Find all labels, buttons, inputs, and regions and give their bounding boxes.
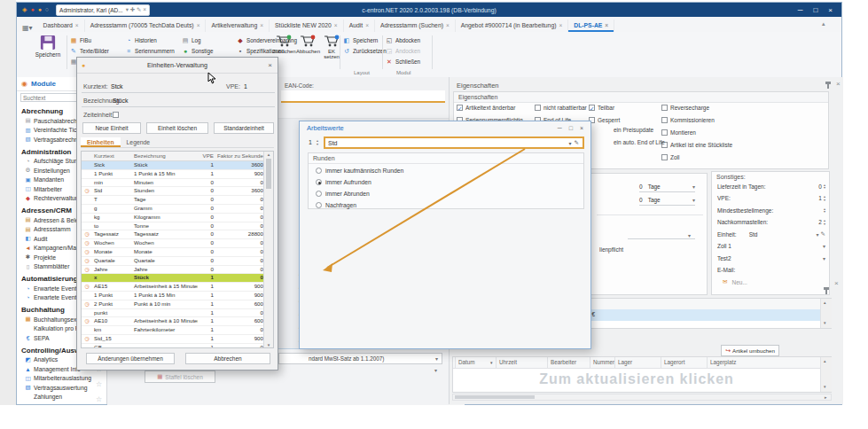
scroll-up-icon[interactable]: ▴ <box>824 300 826 305</box>
ribbon-item-speichern[interactable]: ◧Speichern <box>343 35 378 45</box>
ribbon-item-texte-bilder[interactable]: ✎Texte/Bilder <box>70 46 109 56</box>
close-button[interactable]: × <box>828 6 833 14</box>
ribbon-item-zur-cksetzen[interactable]: ↺Zurücksetzen <box>343 46 387 56</box>
chevron-down-icon[interactable]: ▾ <box>823 243 825 249</box>
radio-icon[interactable] <box>316 202 322 208</box>
radio-option-immer-kaufm-nnisch-runden[interactable]: immer kaufmännisch Runden <box>316 168 403 174</box>
bezeichnung-field[interactable] <box>82 95 275 107</box>
mwst-dropdown[interactable]: ndard MwSt-Satz ab 1.1.2007) ▾ <box>278 353 442 364</box>
spin-down-icon[interactable]: ▾ <box>317 143 318 146</box>
tab-adressstamm-70005-techdata-deuts-[interactable]: Adressstamm (70005 TechData Deuts)× <box>85 20 207 32</box>
radio-option-nachfragen[interactable]: Nachfragen <box>316 202 356 208</box>
checkbox-icon[interactable] <box>661 105 668 111</box>
column-header-lagerplatz[interactable]: Lagerplatz <box>710 359 736 365</box>
checkbox-gesperrt[interactable]: Gesperrt <box>589 117 620 123</box>
chevron-down-icon[interactable]: ▾ <box>569 140 572 146</box>
ribbon-item-seriennummern[interactable]: ≡Seriennummern <box>125 46 175 56</box>
spinner-icons[interactable]: ▴▾ <box>824 219 825 225</box>
column-header-lager[interactable]: Lager <box>618 359 632 365</box>
chevron-down-icon[interactable]: ▾ <box>692 197 695 203</box>
minimize-button[interactable]: ─ <box>798 6 803 14</box>
arbeitswerte-titlebar[interactable]: Arbeitswerte ─ □ × <box>300 121 590 135</box>
ribbon-collapse-icon[interactable]: ▴ <box>822 20 825 27</box>
close-icon[interactable]: × <box>268 61 272 69</box>
artikel-umbuchen-button[interactable]: ↪ Artikel umbuchen <box>721 345 779 356</box>
tab-audit[interactable]: Audit× <box>344 20 375 32</box>
table-row[interactable]: StckStück13600 <box>82 161 263 170</box>
checkbox-icon[interactable] <box>661 154 668 160</box>
checkbox-reversecharge[interactable]: Reversecharge <box>661 105 709 111</box>
checkbox-artikel-ist-eine-st-ckliste[interactable]: Artikel ist eine Stückliste <box>661 142 732 148</box>
standardeinheit-button[interactable]: Standardeinheit <box>214 122 274 134</box>
einheiten-dialog-titlebar[interactable]: ● Einheiten-Verwaltung × <box>77 58 278 74</box>
ribbon-item-log[interactable]: ▤Log <box>182 35 201 45</box>
checkbox-icon[interactable] <box>535 105 541 111</box>
qat-red-icon[interactable]: ● <box>30 6 34 13</box>
table-row[interactable]: 1 Punkt1 Punkt à 15 Min1900 <box>82 292 263 300</box>
abbrechen-button[interactable]: Abbrechen <box>185 353 270 364</box>
table-row[interactable]: ◷MonateMonate00 <box>82 248 263 257</box>
ribbon-save-big-button[interactable]: Speichern <box>33 35 63 58</box>
checkbox-zoll[interactable]: Zoll <box>661 154 679 160</box>
app-menu-icon[interactable]: ▦▾ <box>17 24 38 32</box>
edit-pencil-icon[interactable]: ✎ <box>821 230 825 238</box>
sidebar-item-zahlungen[interactable]: Zahlungen <box>17 393 106 402</box>
aenderungen-uebernehmen-button[interactable]: Änderungen übernehmen <box>86 353 175 364</box>
radio-icon[interactable] <box>316 168 322 174</box>
close-icon[interactable]: × <box>580 125 583 131</box>
table-row[interactable]: ◷AE10Arbeitseinheit à 10 Minuten1600 <box>82 317 263 326</box>
tab-close-icon[interactable]: × <box>197 22 200 28</box>
chevron-down-icon[interactable]: ▾ <box>435 355 438 362</box>
checkbox-icon[interactable]: ✓ <box>589 105 595 111</box>
email-new-link[interactable]: Neu... <box>731 279 747 285</box>
table-row[interactable]: ◷2 PunktPunkt à 10 min1600 <box>82 300 263 309</box>
minimize-icon[interactable]: ─ <box>558 125 562 131</box>
column-header-uhrzeit[interactable]: Uhrzeit <box>499 359 517 365</box>
ribbon-item-historien[interactable]: ◔Historien <box>125 35 157 45</box>
table-row[interactable]: xStück10 <box>82 274 263 283</box>
ribbon-item-sonstige[interactable]: ●Sonstige <box>182 46 214 56</box>
qat-orange-icon[interactable]: ● <box>38 6 42 13</box>
checkbox-icon[interactable] <box>661 117 668 123</box>
checkbox-teilbar[interactable]: ✓Teilbar <box>589 105 614 111</box>
qat-gray-icon[interactable]: ○ <box>45 6 49 13</box>
ribbon-item-fibu[interactable]: ▦FiBu <box>70 35 91 45</box>
chevron-down-icon[interactable]: ▾ <box>434 367 437 373</box>
checkbox-nicht-rabattierbar[interactable]: nicht rabattierbar <box>535 105 587 111</box>
ean-code-field[interactable] <box>281 90 445 103</box>
checkbox-montieren[interactable]: Montieren <box>661 129 696 136</box>
scrollbar-thumb[interactable] <box>455 395 535 399</box>
refresh-hint[interactable]: Zum aktualisieren klicken <box>453 371 820 387</box>
scroll-down-icon[interactable]: ▾ <box>824 384 826 389</box>
tab-st-ckliste-new-2020[interactable]: Stückliste NEW 2020× <box>270 20 344 32</box>
field-value[interactable]: Std <box>749 231 758 238</box>
ribbon-item-abdocken[interactable]: ◱Abdocken <box>386 35 420 45</box>
table-row[interactable]: ◷TagessatzTagessatz028800 <box>82 230 263 239</box>
table-row[interactable]: ◷WochenWochen00 <box>82 239 263 248</box>
ribbon-abbuchen-button[interactable]: Abbuchen <box>296 35 319 54</box>
spinner-icons[interactable]: ▴▾ <box>824 207 825 214</box>
column-header-lagerort[interactable]: Lagerort <box>664 359 684 365</box>
close-icon[interactable]: × <box>834 279 839 287</box>
scroll-right-icon[interactable]: ▸ <box>825 394 827 400</box>
tab-einheiten[interactable]: Einheiten <box>81 137 121 147</box>
tab-dl-ps-ae[interactable]: DL-PS-AE× <box>568 20 614 32</box>
maximize-icon[interactable]: □ <box>569 125 573 131</box>
tab-adressstamm-suchen-[interactable]: Adressstamm (Suchen)× <box>375 20 456 32</box>
table-row[interactable]: gGramm00 <box>82 205 263 214</box>
scrollbar-vertical[interactable]: ▴ ▾ <box>820 299 832 328</box>
table-row[interactable]: ◷AE15Arbeitseinheit à 15 Minuten1900 <box>82 283 263 292</box>
zeiteinheit-checkbox[interactable] <box>113 112 119 118</box>
favorite-star-icon[interactable]: ☆ <box>96 380 102 388</box>
tab-close-icon[interactable]: × <box>334 22 338 28</box>
tab-angebot-9000714-in-bearbeitung-[interactable]: Angebot #9000714 (in Bearbeitung)× <box>456 20 569 32</box>
ribbon-item-schlie-en[interactable]: ✕Schließen <box>386 57 420 66</box>
column-header-nummer[interactable]: Nummer <box>593 359 614 365</box>
table-row[interactable]: toTonne00 <box>82 222 263 231</box>
spinner-icons[interactable]: ▴▾ <box>824 183 825 190</box>
column-header-datum[interactable]: Datum <box>458 359 475 365</box>
table-row[interactable]: TTage00 <box>82 196 263 205</box>
eigenschaften-group-title[interactable]: Eigenschaften <box>454 92 828 103</box>
einheit-loeschen-button[interactable]: Einheit löschen <box>146 122 208 134</box>
chevron-down-icon[interactable]: ▾ <box>817 231 819 238</box>
